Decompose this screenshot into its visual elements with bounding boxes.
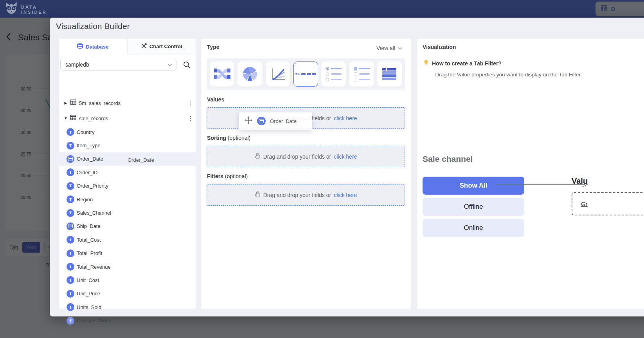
number-field-icon: 1 — [67, 303, 74, 311]
field-row-selected[interactable]: Order_Date — [59, 152, 196, 166]
number-field-icon: 1 — [67, 290, 74, 298]
visualization-builder-modal: Visualization Builder Database — [50, 18, 644, 316]
click-here-link[interactable]: click here — [334, 192, 357, 198]
dropzone-text: Drag and drop your fields or — [263, 154, 331, 160]
visualization-panel: Visualization How to create a Tab Filter… — [417, 39, 644, 309]
number-field-icon: 1 — [67, 168, 74, 176]
layout-grid-icon — [601, 5, 608, 13]
chevron-down-icon — [167, 61, 172, 68]
field-row[interactable]: 1Unit_Price — [59, 287, 196, 300]
field-row[interactable]: TItem_Type — [59, 139, 196, 152]
chart-type-radio-list[interactable] — [321, 61, 346, 87]
tree-node-sale-records[interactable]: ▼ sale_records ⋮ — [59, 113, 196, 124]
field-row[interactable]: 1Total_Revenue — [59, 260, 196, 273]
field-row[interactable]: 1Total_Cost — [59, 233, 196, 246]
text-field-icon: T — [67, 128, 74, 136]
chart-type-sankey[interactable] — [210, 61, 234, 87]
view-all-label: View all — [376, 45, 395, 51]
field-row[interactable]: 1Unit_Cost — [59, 273, 196, 287]
drag-ghost-order-date[interactable]: Order_Date — [239, 112, 312, 130]
annotation-group-link[interactable]: Gr — [581, 201, 588, 207]
kebab-menu-icon[interactable]: ⋮ — [185, 99, 196, 107]
tools-icon — [141, 43, 147, 50]
text-field-icon: T — [67, 195, 74, 203]
field-row[interactable]: TOrder_Priority — [59, 179, 196, 193]
chart-type-tab-filter-selected[interactable]: Tab — [293, 61, 318, 87]
ghost-label: Order_Date — [270, 118, 297, 124]
values-section-label: Values — [207, 96, 224, 103]
annotation-group-dropzone[interactable]: Gr — [572, 192, 644, 215]
number-field-icon: 1 — [67, 276, 74, 284]
kebab-menu-icon[interactable]: ⋮ — [185, 115, 196, 122]
drag-hand-icon — [255, 191, 261, 199]
modal-title: Visualization Builder — [56, 22, 130, 31]
lightbulb-icon — [423, 59, 429, 67]
sorting-dropzone[interactable]: Drag and drop your fields or click here — [207, 146, 405, 167]
move-cross-icon — [244, 116, 253, 126]
chart-type-checkbox-list[interactable]: ✓ — [349, 61, 374, 87]
tab-database-label: Database — [86, 44, 108, 50]
logo-text: DATA INSIDER — [21, 5, 47, 15]
field-row[interactable]: TRegion — [59, 193, 196, 206]
tab-filter-icon-text: Tab — [295, 73, 300, 76]
function-field-icon: ƒ — [67, 317, 74, 325]
field-list: TCountry TItem_Type Order_Date 1Order_ID… — [59, 125, 196, 327]
field-row[interactable]: TCountry — [59, 125, 196, 139]
search-icon[interactable] — [183, 61, 191, 70]
chart-type-strip: Tab ✓ — [207, 58, 405, 90]
text-field-icon: T — [67, 209, 74, 217]
tab-chart-control[interactable]: Chart Control — [127, 39, 196, 54]
field-row[interactable]: 1Total_Profit — [59, 247, 196, 260]
filters-section-label: Filters (optional) — [207, 173, 248, 179]
date-field-icon — [67, 222, 74, 230]
table-icon — [70, 115, 76, 122]
chart-type-pie[interactable] — [237, 61, 262, 87]
field-row[interactable]: 1Units_Sold — [59, 300, 196, 314]
widget-title: Sale channel — [423, 154, 473, 164]
dashboard-nav-button[interactable]: D — [595, 2, 644, 16]
field-row[interactable]: TSales_Channel — [59, 206, 196, 219]
tab-database[interactable]: Database — [59, 39, 127, 54]
owl-logo-icon — [5, 2, 18, 18]
text-field-icon: T — [67, 142, 74, 150]
view-all-dropdown[interactable]: View all — [376, 45, 402, 51]
chart-type-table[interactable] — [377, 61, 402, 87]
drag-hand-icon — [255, 153, 261, 160]
click-here-link[interactable]: click here — [334, 115, 357, 121]
visualization-label: Visualization — [423, 44, 456, 50]
channel-button-online[interactable]: Online — [423, 219, 524, 237]
field-row[interactable]: ƒCost per Order — [59, 314, 196, 327]
number-field-icon: 1 — [67, 236, 74, 244]
database-icon — [77, 43, 83, 50]
number-field-icon: 1 — [67, 263, 74, 271]
filters-dropzone[interactable]: Drag and drop your fields or click here — [207, 184, 405, 206]
click-here-link[interactable]: click here — [334, 154, 357, 160]
database-panel: Database Chart Control sampledb — [59, 39, 196, 309]
chart-type-line[interactable] — [266, 61, 290, 87]
tree-node-label: sale_records — [79, 116, 185, 121]
field-row[interactable]: Ship_Date — [59, 220, 196, 233]
chevron-down-icon — [398, 45, 402, 51]
tree-node-5m-sales-records[interactable]: ▶ 5m_sales_records ⋮ — [59, 98, 196, 108]
tip-title: How to create a Tab Filter? — [432, 60, 502, 67]
date-field-icon — [257, 117, 266, 125]
type-section-label: Type — [207, 44, 219, 50]
database-select-value: sampledb — [65, 61, 89, 68]
drag-origin-label: Order_Date — [128, 157, 154, 163]
number-field-icon: 1 — [67, 249, 74, 257]
tip-body: - Drag the Value properties you want to … — [432, 72, 582, 78]
caret-down-icon[interactable]: ▼ — [61, 116, 70, 120]
channel-button-offline[interactable]: Offline — [423, 198, 524, 216]
annotation-value-text: Valu — [572, 177, 588, 186]
table-icon — [70, 99, 76, 107]
tab-chart-control-label: Chart Control — [149, 43, 182, 49]
date-field-icon — [67, 155, 74, 163]
text-field-icon: T — [67, 182, 74, 190]
chart-config-panel: Type View all — [201, 39, 411, 309]
caret-right-icon[interactable]: ▶ — [61, 101, 70, 105]
dashboard-button-label: D — [611, 6, 615, 12]
sorting-section-label: Sorting (optional) — [207, 135, 250, 141]
top-navbar: DATA INSIDER D — [0, 0, 644, 18]
database-select[interactable]: sampledb — [60, 59, 176, 70]
field-row[interactable]: 1Order_ID — [59, 166, 196, 179]
